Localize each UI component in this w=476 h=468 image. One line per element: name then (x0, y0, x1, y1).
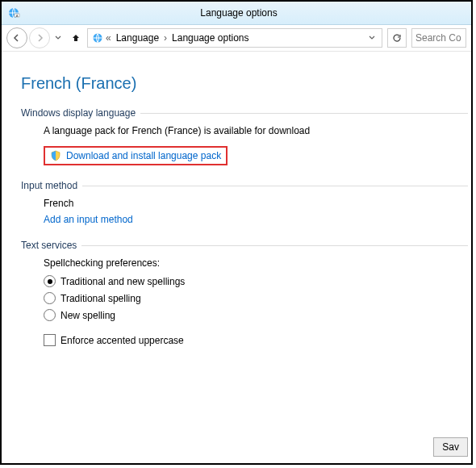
checkbox-icon (44, 334, 56, 346)
save-button[interactable]: Sav (433, 437, 468, 457)
radio-label: Traditional and new spellings (61, 276, 185, 287)
checkbox-enforce-accented[interactable]: Enforce accented uppercase (44, 334, 468, 346)
window-frame: A Language options « Language (0, 0, 473, 465)
language-globe-icon (91, 31, 104, 44)
content-pane: French (France) Windows display language… (2, 52, 471, 369)
section-label: Text services (21, 240, 77, 251)
section-label: Windows display language (21, 107, 136, 119)
chevron-right-icon: › (162, 32, 169, 44)
window-title: Language options (26, 7, 452, 19)
radio-label: Traditional spelling (61, 293, 141, 304)
divider (140, 113, 468, 114)
section-label: Input method (21, 180, 77, 191)
radio-icon (44, 292, 56, 304)
forward-button[interactable] (29, 27, 50, 48)
bottom-bar: Sav (433, 437, 468, 457)
breadcrumb-current: Language options (169, 32, 252, 44)
radio-new[interactable]: New spelling (44, 309, 468, 321)
radio-label: New spelling (61, 310, 115, 321)
refresh-button[interactable] (387, 28, 407, 48)
app-icon: A (6, 6, 21, 20)
radio-traditional-and-new[interactable]: Traditional and new spellings (44, 275, 468, 287)
chevron-right-icon: « (104, 32, 113, 44)
shield-icon (50, 150, 61, 161)
svg-text:A: A (16, 14, 19, 18)
up-button[interactable] (68, 30, 84, 46)
spellcheck-preferences-label: Spellchecking preferences: (44, 257, 160, 269)
section-text-services: Text services Spellchecking preferences:… (21, 240, 468, 346)
input-method-current: French (44, 198, 73, 209)
radio-icon (44, 275, 56, 287)
search-input[interactable]: Search Co (411, 28, 466, 48)
download-language-pack-link[interactable]: Download and install language pack (44, 146, 228, 165)
radio-icon (44, 309, 56, 321)
save-button-label: Sav (442, 441, 459, 453)
navbar: « Language › Language options Search Co (2, 25, 471, 52)
download-link-label: Download and install language pack (66, 150, 221, 161)
search-placeholder: Search Co (415, 32, 461, 44)
add-input-method-link[interactable]: Add an input method (44, 214, 133, 225)
address-bar[interactable]: « Language › Language options (87, 28, 382, 48)
page-title: French (France) (21, 74, 468, 93)
back-button[interactable] (6, 27, 27, 48)
titlebar: A Language options (2, 2, 471, 25)
radio-traditional[interactable]: Traditional spelling (44, 292, 468, 304)
divider (82, 186, 468, 186)
recent-locations-dropdown[interactable] (55, 35, 61, 41)
divider (81, 245, 468, 246)
breadcrumb-language[interactable]: Language (113, 32, 162, 44)
checkbox-label: Enforce accented uppercase (61, 335, 184, 346)
section-display-language: Windows display language A language pack… (21, 107, 468, 165)
section-input-method: Input method French Add an input method (21, 180, 468, 225)
address-dropdown[interactable] (365, 35, 378, 41)
language-pack-status: A language pack for French (France) is a… (44, 125, 310, 136)
